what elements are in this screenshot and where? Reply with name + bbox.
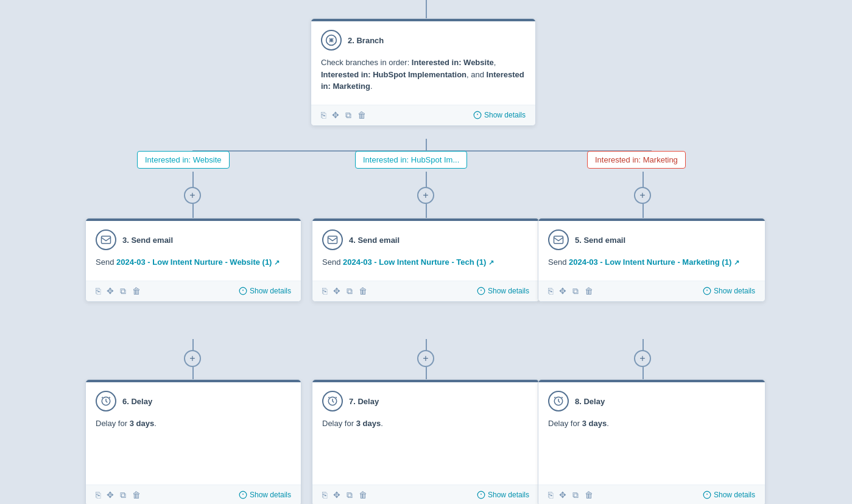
svg-rect-6 — [554, 236, 563, 243]
branch-show-details[interactable]: Show details — [473, 111, 526, 119]
card-3-copy-icon[interactable]: ⎘ — [96, 286, 100, 296]
branch-card-content: Check branches in order: Interested in: … — [321, 57, 526, 93]
card-8-move-icon[interactable]: ✥ — [559, 490, 566, 500]
card-8-delete-icon[interactable]: 🗑 — [585, 490, 593, 500]
card-8-show-details[interactable]: Show details — [703, 491, 755, 499]
card-4-show-details-label: Show details — [488, 287, 529, 295]
card-5-clone-icon[interactable]: ⧉ — [572, 286, 579, 296]
branch-show-details-label: Show details — [484, 111, 526, 119]
delay-card-7: 7. Delay Delay for 3 days. ⎘ ✥ ⧉ 🗑 Show … — [312, 379, 540, 504]
plus-btn-left-2[interactable]: + — [184, 350, 201, 367]
svg-rect-4 — [328, 236, 337, 243]
card-8-footer-actions: ⎘ ✥ ⧉ 🗑 — [548, 490, 593, 500]
card-3-show-details[interactable]: Show details — [239, 287, 291, 295]
conn-left-plus2-to-delay — [192, 367, 194, 380]
card-5-icon — [548, 229, 569, 250]
branch-label-website[interactable]: Interested in: Website — [137, 151, 230, 169]
branch-label-marketing[interactable]: Interested in: Marketing — [587, 151, 686, 169]
send-email-card-3: 3. Send email Send 2024-03 - Low Intent … — [85, 218, 301, 302]
card-6-footer: ⎘ ✥ ⧉ 🗑 Show details — [86, 485, 301, 505]
card-5-delete-icon[interactable]: 🗑 — [585, 286, 593, 296]
card-4-content: Send 2024-03 - Low Intent Nurture - Tech… — [322, 256, 529, 268]
card-7-spacer — [312, 442, 539, 485]
workflow-canvas: 2. Branch Check branches in order: Inter… — [0, 0, 852, 504]
card-6-clone-icon[interactable]: ⧉ — [120, 490, 126, 500]
card-6-delay-value: 3 days — [130, 419, 154, 428]
card-7-title: 7. Delay — [349, 397, 379, 406]
card-5-email-link[interactable]: 2024-03 - Low Intent Nurture - Marketing… — [569, 257, 739, 267]
branch-label-hubspot[interactable]: Interested in: HubSpot Im... — [355, 151, 467, 169]
card-7-delay-value: 3 days — [356, 419, 381, 428]
card-4-footer: ⎘ ✥ ⧉ 🗑 Show details — [312, 281, 539, 301]
delay-card-8: 8. Delay Delay for 3 days. ⎘ ✥ ⧉ 🗑 Show … — [538, 379, 766, 504]
card-5-move-icon[interactable]: ✥ — [559, 286, 566, 296]
card-3-footer: ⎘ ✥ ⧉ 🗑 Show details — [86, 281, 301, 301]
card-4-delete-icon[interactable]: 🗑 — [359, 286, 367, 296]
card-4-show-details[interactable]: Show details — [477, 287, 529, 295]
card-5-show-details[interactable]: Show details — [703, 287, 755, 295]
card-4-move-icon[interactable]: ✥ — [333, 286, 340, 296]
card-6-delete-icon[interactable]: 🗑 — [132, 490, 141, 500]
card-7-copy-icon[interactable]: ⎘ — [322, 490, 327, 500]
card-4-copy-icon[interactable]: ⎘ — [322, 286, 327, 296]
card-3-clone-icon[interactable]: ⧉ — [120, 286, 126, 296]
plus-btn-left-1[interactable]: + — [184, 187, 201, 204]
card-6-show-details[interactable]: Show details — [239, 491, 291, 499]
card-6-move-icon[interactable]: ✥ — [107, 490, 114, 500]
delay-card-6: 6. Delay Delay for 3 days. ⎘ ✥ ⧉ 🗑 Show … — [85, 379, 301, 504]
card-6-copy-icon[interactable]: ⎘ — [96, 490, 100, 500]
card-7-delete-icon[interactable]: 🗑 — [359, 490, 367, 500]
card-4-email-link[interactable]: 2024-03 - Low Intent Nurture - Tech (1) … — [343, 257, 494, 267]
conn-center-plus2-to-delay — [426, 367, 427, 380]
card-7-move-icon[interactable]: ✥ — [333, 490, 340, 500]
plus-btn-right-2[interactable]: + — [634, 350, 651, 367]
card-4-title: 4. Send email — [349, 236, 400, 245]
branch-card: 2. Branch Check branches in order: Inter… — [311, 18, 536, 126]
connector-branch-down — [426, 139, 427, 151]
conn-right-plus2-to-delay — [643, 367, 644, 380]
branch-move-icon[interactable]: ✥ — [332, 110, 339, 120]
branch-card-title: 2. Branch — [348, 36, 384, 45]
card-6-spacer — [86, 442, 301, 485]
send-email-card-4: 4. Send email Send 2024-03 - Low Intent … — [312, 218, 540, 302]
card-5-title: 5. Send email — [575, 236, 625, 245]
card-5-footer: ⎘ ✥ ⧉ 🗑 Show details — [538, 281, 765, 301]
card-4-clone-icon[interactable]: ⧉ — [347, 286, 353, 296]
branch-card-body: 2. Branch Check branches in order: Inter… — [311, 21, 535, 105]
card-8-spacer — [538, 442, 765, 485]
card-6-icon — [96, 391, 116, 411]
card-7-clone-icon[interactable]: ⧉ — [347, 490, 353, 500]
card-8-content: Delay for 3 days. — [548, 418, 755, 430]
card-4-body: 4. Send email Send 2024-03 - Low Intent … — [312, 221, 539, 281]
conn-right-plus-to-card — [643, 204, 644, 219]
card-8-footer: ⎘ ✥ ⧉ 🗑 Show details — [538, 485, 765, 505]
card-3-email-link[interactable]: 2024-03 - Low Intent Nurture - Website (… — [116, 257, 280, 267]
card-3-show-details-label: Show details — [250, 287, 291, 295]
card-8-clone-icon[interactable]: ⧉ — [572, 490, 579, 500]
card-3-icon — [96, 229, 116, 250]
plus-btn-center-1[interactable]: + — [417, 187, 434, 204]
card-8-copy-icon[interactable]: ⎘ — [548, 490, 553, 500]
card-7-show-details[interactable]: Show details — [477, 491, 529, 499]
card-6-body: 6. Delay Delay for 3 days. — [86, 382, 301, 442]
send-email-card-5: 5. Send email Send 2024-03 - Low Intent … — [538, 218, 766, 302]
card-7-content: Delay for 3 days. — [322, 418, 529, 430]
card-5-copy-icon[interactable]: ⎘ — [548, 286, 553, 296]
card-3-content: Send 2024-03 - Low Intent Nurture - Webs… — [96, 256, 291, 268]
card-3-delete-icon[interactable]: 🗑 — [132, 286, 141, 296]
branch-icon — [321, 30, 342, 51]
card-7-show-details-label: Show details — [488, 491, 529, 499]
plus-btn-center-2[interactable]: + — [417, 350, 434, 367]
connector-top — [426, 0, 427, 18]
branch-clone-icon[interactable]: ⧉ — [345, 110, 351, 121]
card-3-move-icon[interactable]: ✥ — [107, 286, 114, 296]
card-7-header: 7. Delay — [322, 391, 529, 411]
plus-btn-right-1[interactable]: + — [634, 187, 651, 204]
branch-copy-icon[interactable]: ⎘ — [321, 110, 326, 120]
card-8-show-details-label: Show details — [714, 491, 755, 499]
card-7-body: 7. Delay Delay for 3 days. — [312, 382, 539, 442]
branch-card-footer: ⎘ ✥ ⧉ 🗑 Show details — [311, 105, 535, 125]
branch-delete-icon[interactable]: 🗑 — [357, 110, 366, 120]
card-7-footer: ⎘ ✥ ⧉ 🗑 Show details — [312, 485, 539, 505]
card-8-header: 8. Delay — [548, 391, 755, 411]
